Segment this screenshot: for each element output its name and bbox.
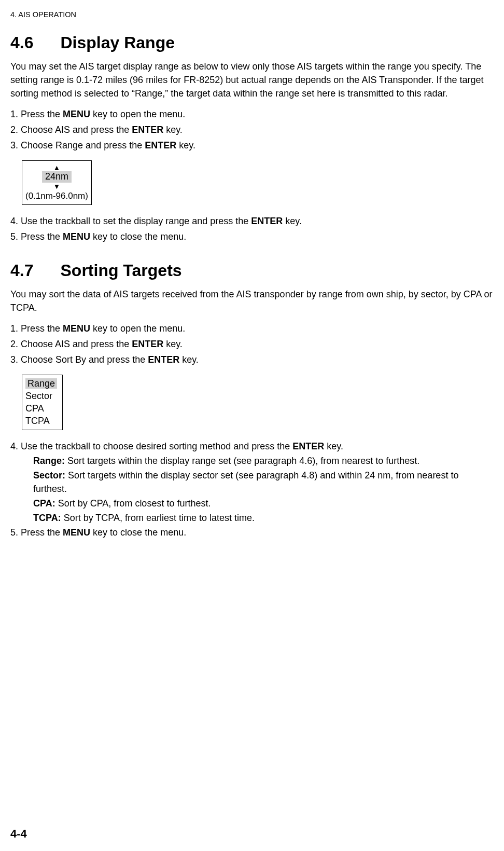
sort-options-box: Range Sector CPA TCPA [22,375,63,430]
section-47-steps-last: 4. Use the trackball to choose desired s… [10,440,494,540]
range-value: 24nm [42,171,72,183]
section-46-number: 4.6 [10,33,33,52]
section-46-title: Display Range [60,33,175,52]
def-tcpa: TCPA: Sort by TCPA, from earliest time t… [33,511,494,525]
list-item: 5. Press the MENU key to close the menu. [10,230,494,244]
page-footer: 4-4 [10,827,27,841]
sort-option-cpa: CPA [25,402,57,415]
list-item: 2. Choose AIS and press the ENTER key. [10,337,494,352]
def-range: Range: Sort targets within the display r… [33,454,494,468]
sort-option-tcpa: TCPA [25,415,57,427]
range-limits: (0.1nm-96.0nm) [25,191,88,201]
up-arrow-icon: ▲ [25,164,88,171]
list-item: 1. Press the MENU key to open the menu. [10,107,494,122]
list-item: 2. Choose AIS and press the ENTER key. [10,123,494,138]
def-cpa: CPA: Sort by CPA, from closest to furthe… [33,497,494,510]
list-item: 3. Choose Sort By and press the ENTER ke… [10,353,494,367]
section-47-heading: 4.7Sorting Targets [10,261,494,280]
list-item: 4. Use the trackball to choose desired s… [10,440,494,525]
list-item: 4. Use the trackball to set the display … [10,214,494,229]
section-46-heading: 4.6Display Range [10,33,494,52]
page-header: 4. AIS OPERATION [10,10,494,19]
section-47-steps-first: 1. Press the MENU key to open the menu. … [10,322,494,367]
sort-option-sector: Sector [25,390,57,402]
list-item: 5. Press the MENU key to close the menu. [10,526,494,540]
section-47-title: Sorting Targets [60,261,181,280]
sort-option-range: Range [25,378,57,389]
section-46-steps-last: 4. Use the trackball to set the display … [10,214,494,244]
range-diagram: ▲ 24nm ▼ (0.1nm-96.0nm) [22,160,92,205]
list-item: 1. Press the MENU key to open the menu. [10,322,494,336]
section-47-intro: You may sort the data of AIS targets rec… [10,287,494,314]
list-item: 3. Choose Range and press the ENTER key. [10,139,494,153]
section-46-intro: You may set the AIS target display range… [10,60,494,100]
section-47-number: 4.7 [10,261,33,280]
def-sector: Sector: Sort targets within the display … [33,469,494,496]
section-46-steps-first: 1. Press the MENU key to open the menu. … [10,107,494,153]
down-arrow-icon: ▼ [25,183,88,190]
